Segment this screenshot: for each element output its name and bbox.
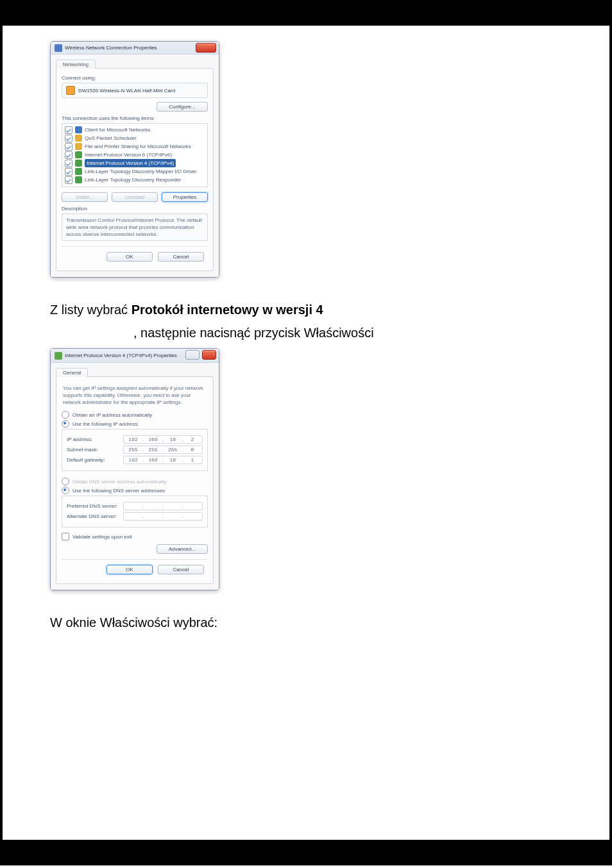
connect-using-label: Connect using:	[62, 75, 208, 81]
list-item[interactable]: File and Printer Sharing for Microsoft N…	[65, 142, 205, 151]
instruction-paragraph-2: W oknie Właściwości wybrać:	[50, 613, 562, 631]
default-gateway-label: Default gateway:	[67, 457, 105, 463]
text-segment: , następnie nacisnąć przycisk	[133, 326, 304, 340]
ok-button[interactable]: OK	[106, 565, 153, 574]
text-segment-strong: Właściwości	[304, 326, 374, 340]
list-item-label: Internet Protocol Version 4 (TCP/IPv4)	[85, 159, 176, 167]
tab-networking[interactable]: Networking	[56, 60, 96, 69]
adapter-field: DW1520 Wireless-N WLAN Half-Mini Card	[62, 83, 208, 98]
connection-items-list[interactable]: Client for Microsoft NetworksQoS Packet …	[62, 123, 208, 187]
ipv4-icon	[55, 352, 62, 360]
list-item-label: Client for Microsoft Networks	[85, 126, 150, 134]
alternate-dns-label: Alternate DNS server:	[67, 513, 117, 519]
help-text: You can get IP settings assigned automat…	[63, 385, 207, 406]
help-icon[interactable]	[185, 350, 200, 360]
properties-button[interactable]: Properties	[162, 192, 208, 202]
instruction-paragraph-1: Z listy wybrać Protokół internetowy w we…	[50, 301, 562, 319]
dns-group: Preferred DNS server: . . . Alternate DN…	[62, 496, 208, 528]
ip-address-label: IP address:	[67, 437, 92, 442]
list-item[interactable]: Link-Layer Topology Discovery Responder	[65, 176, 205, 184]
close-icon[interactable]	[196, 43, 216, 53]
page-frame: Wireless Network Connection Properties N…	[0, 0, 612, 865]
ip-group: IP address: 192. 168. 10. 2 Subnet mask:	[62, 429, 208, 471]
checkbox-icon[interactable]	[65, 151, 72, 159]
network-connection-properties-dialog: Wireless Network Connection Properties N…	[50, 41, 219, 278]
dialog1-titlebar: Wireless Network Connection Properties	[51, 42, 219, 54]
protocol-icon	[75, 160, 82, 167]
text-segment: W oknie Właściwości wybrać:	[50, 615, 217, 630]
validate-on-exit[interactable]: Validate settings upon exit	[62, 533, 208, 540]
cancel-button[interactable]: Cancel	[158, 252, 204, 262]
protocol-icon	[75, 143, 82, 150]
protocol-icon	[75, 135, 82, 142]
radio-icon	[62, 487, 69, 494]
checkbox-icon[interactable]	[65, 176, 72, 184]
dialog2-titlebar: Internet Protocol Version 4 (TCP/IPv4) P…	[51, 349, 219, 363]
radio-auto-dns: Obtain DNS server address automatically	[62, 478, 208, 485]
uninstall-button[interactable]: Uninstall	[112, 192, 158, 202]
page-content: Wireless Network Connection Properties N…	[3, 26, 609, 840]
bottom-bar	[3, 840, 609, 865]
dialog1-body: Connect using: DW1520 Wireless-N WLAN Ha…	[56, 68, 214, 271]
list-item-label: File and Printer Sharing for Microsoft N…	[85, 142, 191, 151]
list-item[interactable]: Internet Protocol Version 4 (TCP/IPv4)	[65, 159, 205, 167]
protocol-icon	[75, 151, 82, 158]
subnet-mask-input[interactable]: 255. 255. 255. 0	[123, 446, 203, 454]
default-gateway-input[interactable]: 192. 168. 10. 1	[123, 456, 203, 464]
description-text: Transmission Control Protocol/Internet P…	[62, 213, 208, 241]
radio-icon	[62, 411, 69, 419]
list-item-label: Internet Protocol Version 6 (TCP/IPv6)	[85, 151, 172, 159]
network-icon	[55, 44, 62, 52]
preferred-dns-label: Preferred DNS server:	[67, 503, 117, 509]
list-item[interactable]: Internet Protocol Version 6 (TCP/IPv6)	[65, 151, 205, 159]
checkbox-icon[interactable]	[65, 126, 72, 134]
list-item[interactable]: Client for Microsoft Networks	[65, 126, 205, 134]
advanced-button[interactable]: Advanced...	[157, 544, 208, 554]
close-icon[interactable]	[202, 350, 216, 360]
instruction-paragraph-1b: , następnie nacisnąć przycisk Właściwośc…	[50, 324, 562, 342]
checkbox-icon[interactable]	[65, 160, 72, 167]
radio-icon	[62, 478, 69, 485]
ok-button[interactable]: OK	[106, 252, 153, 262]
radio-label: Use the following IP address:	[72, 421, 139, 427]
cancel-button[interactable]: Cancel	[158, 565, 204, 574]
preferred-dns-input[interactable]: . . .	[123, 502, 203, 510]
ipv4-properties-dialog: Internet Protocol Version 4 (TCP/IPv4) P…	[50, 348, 219, 590]
checkbox-icon	[62, 533, 69, 540]
install-button[interactable]: Install...	[62, 192, 108, 202]
checkbox-icon[interactable]	[65, 168, 72, 176]
uses-items-label: This connection uses the following items…	[62, 115, 208, 121]
list-item[interactable]: Link-Layer Topology Discovery Mapper I/O…	[65, 167, 205, 176]
list-item-label: QoS Packet Scheduler	[85, 134, 137, 142]
radio-icon	[62, 420, 69, 428]
protocol-icon	[75, 168, 82, 175]
protocol-icon	[75, 126, 82, 133]
radio-label: Obtain an IP address automatically	[72, 412, 152, 418]
dialog1-title: Wireless Network Connection Properties	[65, 45, 157, 51]
top-bar	[3, 0, 609, 26]
radio-auto-ip[interactable]: Obtain an IP address automatically	[62, 411, 208, 419]
radio-manual-ip[interactable]: Use the following IP address:	[62, 420, 208, 428]
protocol-icon	[75, 176, 82, 183]
checkbox-icon[interactable]	[65, 143, 72, 151]
list-item-label: Link-Layer Topology Discovery Mapper I/O…	[85, 167, 197, 176]
text-segment: Z listy wybrać	[50, 303, 132, 317]
checkbox-icon[interactable]	[65, 135, 72, 142]
alternate-dns-input[interactable]: . . .	[123, 512, 203, 521]
ip-address-input[interactable]: 192. 168. 10. 2	[123, 435, 203, 444]
adapter-icon	[66, 86, 75, 95]
list-item-label: Link-Layer Topology Discovery Responder	[85, 176, 181, 184]
radio-label: Obtain DNS server address automatically	[72, 479, 167, 485]
checkbox-label: Validate settings upon exit	[72, 534, 132, 540]
text-segment-strong: Protokół internetowy w wersji 4	[132, 303, 323, 317]
dialog2-title: Internet Protocol Version 4 (TCP/IPv4) P…	[65, 353, 177, 358]
radio-manual-dns[interactable]: Use the following DNS server addresses:	[62, 487, 208, 494]
subnet-mask-label: Subnet mask:	[67, 447, 98, 453]
tab-general[interactable]: General	[56, 368, 88, 377]
dialog2-body: You can get IP settings assigned automat…	[56, 376, 214, 584]
configure-button[interactable]: Configure...	[157, 102, 208, 112]
adapter-name: DW1520 Wireless-N WLAN Half-Mini Card	[78, 88, 175, 94]
list-item[interactable]: QoS Packet Scheduler	[65, 134, 205, 142]
description-label: Description	[62, 206, 208, 212]
radio-label: Use the following DNS server addresses:	[72, 488, 166, 494]
